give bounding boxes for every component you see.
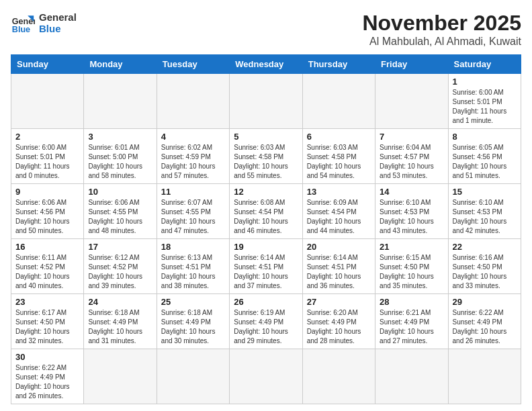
day-info: Sunrise: 6:00 AM Sunset: 5:01 PM Dayligh…	[453, 88, 517, 126]
week-row-4: 23Sunrise: 6:17 AM Sunset: 4:50 PM Dayli…	[11, 294, 521, 349]
day-info: Sunrise: 6:12 AM Sunset: 4:52 PM Dayligh…	[88, 253, 152, 291]
day-info: Sunrise: 6:22 AM Sunset: 4:49 PM Dayligh…	[453, 308, 517, 346]
calendar-cell: 18Sunrise: 6:13 AM Sunset: 4:51 PM Dayli…	[157, 239, 229, 294]
day-info: Sunrise: 6:10 AM Sunset: 4:53 PM Dayligh…	[380, 198, 443, 236]
day-number: 20	[307, 242, 371, 252]
day-number: 11	[161, 187, 225, 197]
day-number: 26	[234, 297, 298, 307]
weekday-saturday: Saturday	[448, 55, 521, 74]
day-info: Sunrise: 6:10 AM Sunset: 4:53 PM Dayligh…	[453, 198, 517, 236]
calendar-cell	[375, 349, 448, 404]
day-number: 24	[88, 297, 152, 307]
day-info: Sunrise: 6:09 AM Sunset: 4:54 PM Dayligh…	[307, 198, 371, 236]
week-row-0: 1Sunrise: 6:00 AM Sunset: 5:01 PM Daylig…	[11, 74, 521, 129]
calendar-cell: 7Sunrise: 6:04 AM Sunset: 4:57 PM Daylig…	[375, 129, 448, 184]
calendar-cell	[375, 74, 448, 129]
weekday-friday: Friday	[375, 55, 448, 74]
day-number: 30	[15, 352, 79, 362]
calendar-cell: 29Sunrise: 6:22 AM Sunset: 4:49 PM Dayli…	[448, 294, 521, 349]
svg-text:Blue: Blue	[12, 25, 30, 34]
day-number: 8	[453, 132, 517, 142]
calendar-cell: 17Sunrise: 6:12 AM Sunset: 4:52 PM Dayli…	[84, 239, 157, 294]
calendar-cell: 13Sunrise: 6:09 AM Sunset: 4:54 PM Dayli…	[302, 184, 375, 239]
day-info: Sunrise: 6:11 AM Sunset: 4:52 PM Dayligh…	[15, 253, 79, 291]
calendar-cell	[302, 349, 375, 404]
calendar-cell: 27Sunrise: 6:20 AM Sunset: 4:49 PM Dayli…	[302, 294, 375, 349]
weekday-header-row: SundayMondayTuesdayWednesdayThursdayFrid…	[11, 55, 521, 74]
week-row-3: 16Sunrise: 6:11 AM Sunset: 4:52 PM Dayli…	[11, 239, 521, 294]
weekday-thursday: Thursday	[302, 55, 375, 74]
calendar-table: SundayMondayTuesdayWednesdayThursdayFrid…	[11, 54, 521, 404]
calendar-cell: 4Sunrise: 6:02 AM Sunset: 4:59 PM Daylig…	[157, 129, 229, 184]
logo-general: General	[39, 11, 77, 23]
calendar-cell: 24Sunrise: 6:18 AM Sunset: 4:49 PM Dayli…	[84, 294, 157, 349]
day-number: 10	[88, 187, 152, 197]
month-title: November 2025	[362, 11, 521, 36]
calendar-cell	[157, 349, 229, 404]
day-info: Sunrise: 6:02 AM Sunset: 4:59 PM Dayligh…	[161, 143, 225, 181]
calendar-body: 1Sunrise: 6:00 AM Sunset: 5:01 PM Daylig…	[11, 74, 521, 404]
calendar-cell: 26Sunrise: 6:19 AM Sunset: 4:49 PM Dayli…	[230, 294, 302, 349]
day-number: 16	[15, 242, 79, 252]
day-number: 9	[15, 187, 79, 197]
day-number: 12	[234, 187, 298, 197]
day-number: 4	[161, 132, 225, 142]
day-number: 29	[453, 297, 517, 307]
calendar-cell: 6Sunrise: 6:03 AM Sunset: 4:58 PM Daylig…	[302, 129, 375, 184]
calendar-cell	[84, 349, 157, 404]
day-number: 3	[88, 132, 152, 142]
calendar-cell: 22Sunrise: 6:16 AM Sunset: 4:50 PM Dayli…	[448, 239, 521, 294]
day-info: Sunrise: 6:00 AM Sunset: 5:01 PM Dayligh…	[15, 143, 79, 181]
calendar-cell: 3Sunrise: 6:01 AM Sunset: 5:00 PM Daylig…	[84, 129, 157, 184]
day-info: Sunrise: 6:18 AM Sunset: 4:49 PM Dayligh…	[88, 308, 152, 346]
weekday-tuesday: Tuesday	[157, 55, 229, 74]
calendar-cell	[448, 349, 521, 404]
day-info: Sunrise: 6:15 AM Sunset: 4:50 PM Dayligh…	[380, 253, 443, 291]
calendar-cell: 20Sunrise: 6:14 AM Sunset: 4:51 PM Dayli…	[302, 239, 375, 294]
day-info: Sunrise: 6:01 AM Sunset: 5:00 PM Dayligh…	[88, 143, 152, 181]
day-info: Sunrise: 6:14 AM Sunset: 4:51 PM Dayligh…	[234, 253, 298, 291]
day-info: Sunrise: 6:03 AM Sunset: 4:58 PM Dayligh…	[234, 143, 298, 181]
calendar-cell: 14Sunrise: 6:10 AM Sunset: 4:53 PM Dayli…	[375, 184, 448, 239]
day-info: Sunrise: 6:17 AM Sunset: 4:50 PM Dayligh…	[15, 308, 79, 346]
day-info: Sunrise: 6:22 AM Sunset: 4:49 PM Dayligh…	[15, 363, 79, 401]
calendar-cell: 15Sunrise: 6:10 AM Sunset: 4:53 PM Dayli…	[448, 184, 521, 239]
day-info: Sunrise: 6:08 AM Sunset: 4:54 PM Dayligh…	[234, 198, 298, 236]
day-number: 14	[380, 187, 443, 197]
day-info: Sunrise: 6:07 AM Sunset: 4:55 PM Dayligh…	[161, 198, 225, 236]
calendar-cell: 25Sunrise: 6:18 AM Sunset: 4:49 PM Dayli…	[157, 294, 229, 349]
day-info: Sunrise: 6:13 AM Sunset: 4:51 PM Dayligh…	[161, 253, 225, 291]
day-info: Sunrise: 6:18 AM Sunset: 4:49 PM Dayligh…	[161, 308, 225, 346]
calendar-cell	[302, 74, 375, 129]
weekday-sunday: Sunday	[11, 55, 84, 74]
day-info: Sunrise: 6:21 AM Sunset: 4:49 PM Dayligh…	[380, 308, 443, 346]
week-row-1: 2Sunrise: 6:00 AM Sunset: 5:01 PM Daylig…	[11, 129, 521, 184]
weekday-monday: Monday	[84, 55, 157, 74]
day-number: 6	[307, 132, 371, 142]
day-number: 17	[88, 242, 152, 252]
day-number: 19	[234, 242, 298, 252]
calendar-header: SundayMondayTuesdayWednesdayThursdayFrid…	[11, 55, 521, 74]
day-info: Sunrise: 6:03 AM Sunset: 4:58 PM Dayligh…	[307, 143, 371, 181]
calendar-cell: 10Sunrise: 6:06 AM Sunset: 4:55 PM Dayli…	[84, 184, 157, 239]
day-number: 28	[380, 297, 443, 307]
title-area: November 2025 Al Mahbulah, Al Ahmadi, Ku…	[362, 11, 521, 48]
day-info: Sunrise: 6:06 AM Sunset: 4:55 PM Dayligh…	[88, 198, 152, 236]
calendar-cell: 21Sunrise: 6:15 AM Sunset: 4:50 PM Dayli…	[375, 239, 448, 294]
day-number: 18	[161, 242, 225, 252]
day-number: 22	[453, 242, 517, 252]
calendar-cell	[84, 74, 157, 129]
calendar-cell: 11Sunrise: 6:07 AM Sunset: 4:55 PM Dayli…	[157, 184, 229, 239]
header: General Blue General Blue November 2025 …	[11, 11, 521, 48]
day-info: Sunrise: 6:05 AM Sunset: 4:56 PM Dayligh…	[453, 143, 517, 181]
day-number: 15	[453, 187, 517, 197]
calendar-cell	[157, 74, 229, 129]
day-number: 27	[307, 297, 371, 307]
calendar-cell	[11, 74, 84, 129]
week-row-2: 9Sunrise: 6:06 AM Sunset: 4:56 PM Daylig…	[11, 184, 521, 239]
location-title: Al Mahbulah, Al Ahmadi, Kuwait	[362, 36, 521, 48]
day-info: Sunrise: 6:14 AM Sunset: 4:51 PM Dayligh…	[307, 253, 371, 291]
calendar-cell: 30Sunrise: 6:22 AM Sunset: 4:49 PM Dayli…	[11, 349, 84, 404]
calendar-cell	[230, 74, 302, 129]
day-number: 7	[380, 132, 443, 142]
